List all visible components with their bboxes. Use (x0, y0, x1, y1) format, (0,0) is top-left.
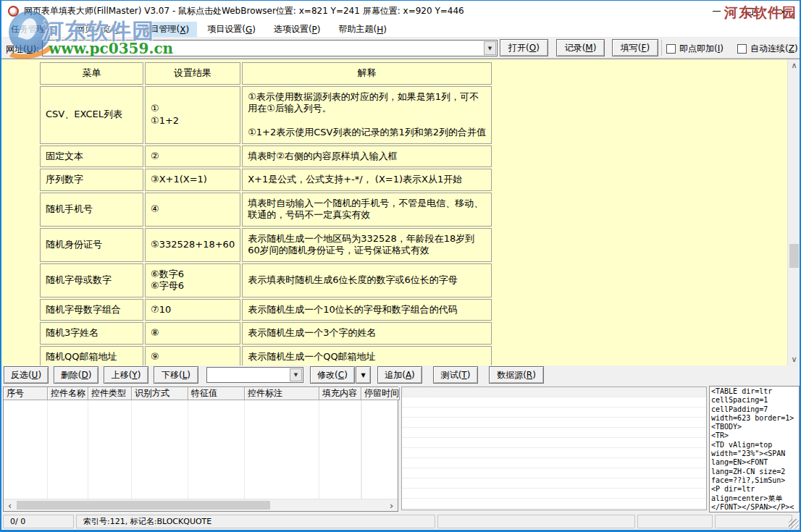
cell-menu: 随机身份证号 (40, 228, 143, 262)
scrollbar-thumb[interactable] (789, 244, 799, 268)
cell-setting: ⑦10 (145, 299, 240, 321)
open-button[interactable]: 打开(O) (500, 39, 548, 56)
cell-explain: 表示随机生成一个3个字的姓名 (242, 322, 492, 345)
grid-header: 序号 控件名称 控件类型 识别方式 特征值 控件标注 填充内容 停留时间 (4, 387, 398, 400)
vertical-scrollbar[interactable]: ∧ ∨ (787, 59, 800, 366)
auto-continue-checkbox[interactable]: 自动连续(Z) (737, 43, 798, 55)
checkbox-icon[interactable] (666, 44, 676, 54)
record-button[interactable]: 记录(M) (556, 39, 605, 56)
help-header-setting: 设置结果 (145, 62, 240, 85)
cell-menu: 随机QQ邮箱地址 (40, 346, 143, 366)
cell-menu: 固定文本 (40, 145, 143, 168)
url-combobox[interactable]: www.pc0359.cn ▼ (42, 40, 498, 56)
table-row: 序列数字 ③X+1(X=1) X+1是公式，公式支持+-*/， (X=1)表示X… (40, 169, 492, 191)
fill-content-combobox[interactable]: ▼ (206, 367, 303, 383)
chevron-down-icon[interactable]: ▼ (484, 41, 496, 55)
cell-setting: ⑤332528+18+60 (145, 228, 240, 262)
menu-item[interactable]: 任务管理(S) (3, 22, 66, 37)
menu-item[interactable]: 帮助主题(H) (331, 22, 395, 37)
grid-column-line (4, 400, 48, 499)
maximize-button[interactable] (733, 1, 766, 22)
help-header-menu: 菜单 (40, 62, 143, 85)
menu-item[interactable]: 项目管理(X) (134, 22, 198, 37)
address-toolbar: 网址(U): www.pc0359.cn ▼ 打开(O) 记录(M) 填写(F)… (1, 38, 800, 59)
cell-setting: ⑨ (145, 346, 240, 366)
delete-button[interactable]: 删除(D) (54, 366, 98, 384)
grid-column-header[interactable]: 停留时间 (361, 387, 400, 400)
status-panel-3 (437, 515, 635, 528)
move-down-button[interactable]: 下移(L) (154, 366, 198, 384)
move-up-button[interactable]: 上移(Y) (104, 366, 148, 384)
cell-menu: 随机3字姓名 (40, 322, 143, 345)
window-title: 网页表单填表大师(FillMaster) V3.07 - 鼠标点击处WebBro… (24, 5, 464, 17)
close-button[interactable]: × (766, 1, 800, 22)
cell-setting: ③X+1(X=1) (145, 169, 240, 191)
menu-bar: 任务管理(S) 网页浏览(V) 项目管理(X) 项目设置(G) 选项设置(P) … (1, 22, 800, 38)
status-panel-4 (637, 515, 713, 528)
title-bar[interactable]: 网页表单填表大师(FillMaster) V3.07 - 鼠标点击处WebBro… (1, 1, 800, 22)
grid-column-header[interactable]: 控件类型 (88, 387, 132, 400)
invert-selection-button[interactable]: 反选(U) (4, 366, 49, 384)
grid-column-line (319, 400, 361, 499)
grid-column-header[interactable]: 特征值 (188, 387, 245, 400)
modify-button[interactable]: 修改(C) (310, 366, 355, 384)
cell-menu: 随机字母或数字 (40, 263, 143, 297)
append-button[interactable]: 追加(A) (377, 366, 422, 384)
modify-dropdown-button[interactable]: ▼ (356, 366, 371, 384)
url-value: www.pc0359.cn (49, 40, 173, 57)
grid-body[interactable] (4, 400, 398, 499)
listbox-first-row[interactable] (402, 387, 706, 397)
table-row: CSV、EXCEL列表 ① ①1+2 ①表示使用数据源列表的对应的列，如果是第1… (40, 86, 492, 144)
record-listbox[interactable] (401, 387, 707, 510)
scrollbar-thumb[interactable] (17, 501, 270, 510)
cell-menu: 序列数字 (40, 169, 143, 191)
checkbox-icon[interactable] (737, 44, 747, 54)
grid-column-header[interactable]: 识别方式 (132, 387, 188, 400)
scroll-down-icon[interactable]: ∨ (788, 353, 800, 366)
cell-menu: 随机手机号 (40, 193, 143, 227)
menu-item[interactable]: 选项设置(P) (266, 22, 329, 37)
menu-item[interactable]: 项目设置(G) (199, 22, 264, 37)
scroll-left-icon[interactable]: ‹ (4, 499, 16, 511)
table-row: 随机3字姓名 ⑧ 表示随机生成一个3个字的姓名 (40, 322, 492, 345)
app-icon (8, 6, 19, 17)
minimize-icon (713, 11, 721, 12)
cell-explain: 填表时自动输入一个随机的手机号，不管是电信、移动、联通的，号码不一定真实有效 (242, 193, 492, 227)
window-controls: × (700, 1, 800, 22)
toolbar-separator (661, 40, 662, 56)
resize-grip-icon[interactable] (789, 519, 799, 529)
grid-column-header[interactable]: 控件名称 (48, 387, 88, 400)
data-source-button[interactable]: 数据源(R) (489, 366, 544, 384)
fill-button[interactable]: 填写(F) (612, 39, 658, 56)
cell-explain: 表示随机生成一个地区码为332528，年龄段在18岁到60岁间的随机身份证号，证… (242, 228, 492, 262)
table-row: 随机QQ邮箱地址 ⑨ 表示随机生成一个QQ邮箱地址 (40, 346, 492, 366)
test-button[interactable]: 测试(T) (433, 366, 478, 384)
record-counter: 0/ 0 (3, 515, 74, 528)
grid-column-line (88, 400, 132, 499)
grid-column-line (132, 400, 188, 499)
cell-menu: CSV、EXCEL列表 (40, 86, 143, 144)
scroll-up-icon[interactable]: ∧ (788, 59, 800, 72)
cell-setting: ⑧ (145, 322, 240, 345)
table-row: 随机字母数字组合 ⑦10 表示随机生成一个10位长的字母和数字组合的代码 (40, 299, 492, 321)
scroll-right-icon[interactable]: › (385, 499, 398, 511)
menu-item[interactable]: 网页浏览(V) (68, 22, 132, 37)
grid-column-header[interactable]: 填充内容 (319, 387, 361, 400)
html-source-panel[interactable]: <TABLE dir=ltr cellSpacing=1 cellPadding… (709, 386, 800, 512)
maximize-icon (746, 8, 753, 15)
table-row: 随机字母或数字 ⑥数字6 ⑥字母6 表示填表时随机生成6位长度的数字或6位长的字… (40, 263, 492, 297)
horizontal-scrollbar[interactable]: ‹ › (4, 499, 398, 511)
add-on-click-checkbox[interactable]: 即点即加(I) (666, 43, 724, 55)
minimize-button[interactable] (700, 1, 733, 22)
close-icon: × (779, 6, 787, 17)
cell-explain: 表示填表时随机生成6位长度的数字或6位长的字母 (242, 263, 492, 297)
status-bar: 0/ 0 索引号:121, 标记名:BLOCKQUOTE (1, 513, 800, 530)
grid-column-header[interactable]: 控件标注 (245, 387, 319, 400)
chevron-down-icon[interactable]: ▼ (290, 368, 302, 381)
auto-continue-label: 自动连续(Z) (750, 43, 798, 55)
table-row: 随机手机号 ④ 填表时自动输入一个随机的手机号，不管是电信、移动、联通的，号码不… (40, 193, 492, 227)
grid-column-line (188, 400, 245, 499)
cell-explain: 填表时②右侧的内容原样填入输入框 (242, 145, 492, 168)
grid-column-header[interactable]: 序号 (4, 387, 48, 400)
edit-toolbar: 反选(U) 删除(D) 上移(Y) 下移(L) ▼ 修改(C) ▼ 追加(A) … (1, 366, 800, 385)
